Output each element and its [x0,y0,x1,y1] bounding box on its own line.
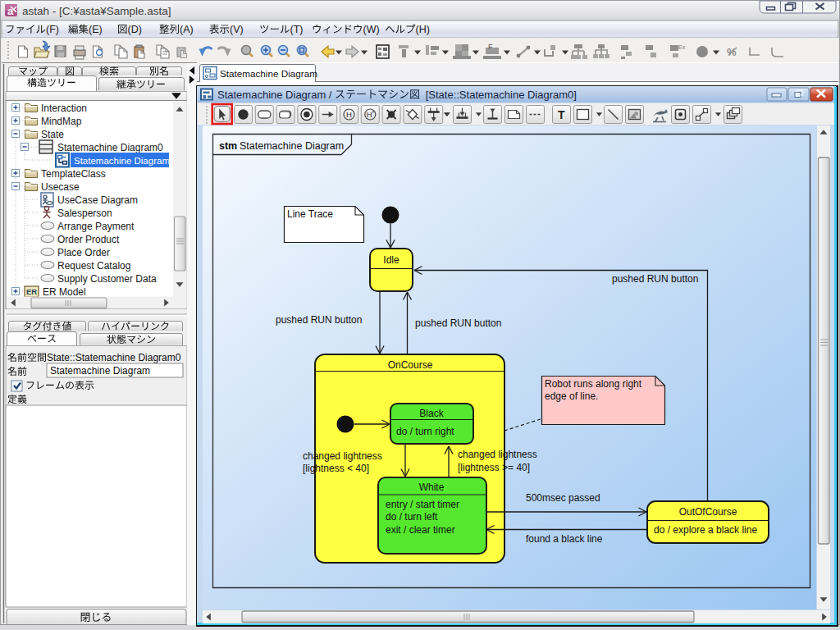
svg-text:Statemachine Diagram0: Statemachine Diagram0 [57,142,163,153]
svg-text:Salesperson: Salesperson [57,208,112,219]
svg-text:MindMap: MindMap [41,116,82,127]
svg-text:Statemachine Diagram: Statemachine Diagram [50,365,150,377]
svg-text:Order Product: Order Product [57,234,120,245]
svg-text:White: White [419,482,445,493]
svg-text:State: State [41,129,64,140]
svg-text:500msec passed: 500msec passed [526,492,600,504]
svg-text:Robot runs along right: Robot runs along right [545,378,642,390]
svg-text:astah - [C:¥asta¥Sample.asta]: astah - [C:¥asta¥Sample.asta] [22,5,171,17]
svg-text:Black: Black [419,408,444,419]
svg-text:Arrange Payment: Arrange Payment [57,221,135,232]
svg-text:(T): (T) [290,24,304,35]
svg-text:*: * [372,109,374,116]
svg-text:stm: stm [219,140,237,152]
svg-text:exit / clear timer: exit / clear timer [386,524,455,536]
svg-text:(E): (E) [89,24,103,35]
svg-text:Place Order: Place Order [57,247,110,258]
svg-text:Statemachine Diagram: Statemachine Diagram [240,140,344,152]
svg-text:pushed RUN button: pushed RUN button [612,273,698,285]
svg-text:edge of line.: edge of line. [545,390,598,402]
svg-text:pushed RUN button: pushed RUN button [276,314,362,326]
svg-text:ER Model: ER Model [43,286,86,298]
svg-text:entry / start timer: entry / start timer [386,499,459,510]
svg-text:Idle: Idle [383,254,399,266]
svg-text:found a black line: found a black line [526,533,603,545]
svg-text:Request Catalog: Request Catalog [57,260,130,272]
svg-text:Supply Customer Data: Supply Customer Data [57,273,157,285]
svg-text:TemplateClass: TemplateClass [41,168,106,180]
svg-text:H: H [346,110,352,119]
svg-text:OnCourse: OnCourse [388,359,433,371]
svg-text:Statemachine Diagram: Statemachine Diagram [74,156,170,166]
svg-text:(A): (A) [180,24,194,35]
svg-text:Ex: Ex [678,44,686,50]
svg-text:do / turn left: do / turn left [386,511,438,523]
svg-text:F: F [488,43,493,51]
svg-text:(D): (D) [128,24,142,35]
svg-text:T: T [558,108,565,121]
svg-text:do / turn right: do / turn right [396,426,454,437]
svg-text:(H): (H) [416,24,430,35]
svg-text:UseCase Diagram: UseCase Diagram [57,194,138,206]
svg-text:(V): (V) [230,24,244,35]
svg-text:Usecase: Usecase [41,181,80,193]
svg-text:Statemachine Diagram: Statemachine Diagram [220,68,317,79]
svg-text:ER: ER [26,287,37,296]
svg-text:[lightness >= 40]: [lightness >= 40] [458,462,530,473]
svg-text:Interaction: Interaction [41,103,87,114]
svg-text:(W): (W) [363,24,380,35]
svg-text:Statemachine Diagram /: Statemachine Diagram / [217,89,335,101]
svg-text:changed lightness: changed lightness [458,449,537,460]
svg-text:do / explore a black line: do / explore a black line [654,524,757,536]
svg-text:[State::Statemachine Diagram0]: [State::Statemachine Diagram0] [422,89,577,101]
svg-text:OutOfCourse: OutOfCourse [679,506,737,518]
svg-text:changed lightness: changed lightness [303,450,382,462]
svg-text:(F): (F) [46,24,59,35]
svg-text:[lightness < 40]: [lightness < 40] [303,463,369,474]
svg-text:pushed RUN button: pushed RUN button [415,317,501,329]
svg-text:Line Trace: Line Trace [287,208,333,220]
svg-text:State::Statemachine Diagram0: State::Statemachine Diagram0 [47,352,181,363]
